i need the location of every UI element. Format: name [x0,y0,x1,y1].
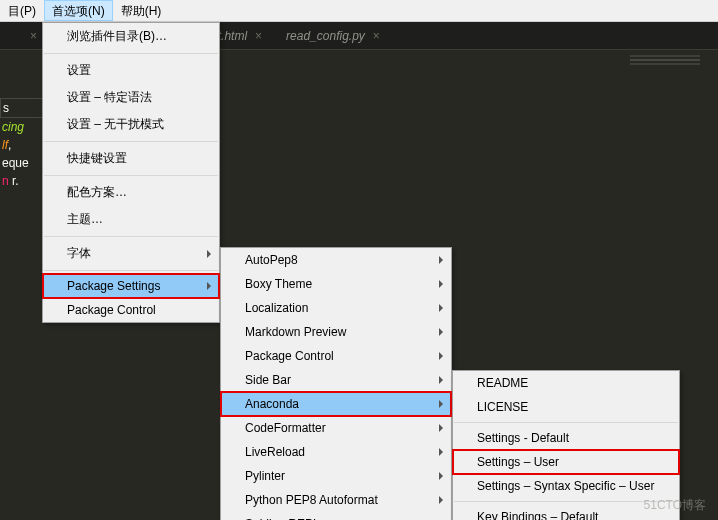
menu-browse-packages[interactable]: 浏览插件目录(B)… [43,23,219,50]
menu-settings-user[interactable]: Settings – User [453,450,679,474]
menu-markdown-preview[interactable]: Markdown Preview [221,320,451,344]
preferences-menu: 浏览插件目录(B)… 设置 设置 – 特定语法 设置 – 无干扰模式 快捷键设置… [42,22,220,323]
chevron-right-icon [207,250,211,258]
menu-help[interactable]: 帮助(H) [113,0,170,21]
watermark: 51CTO博客 [644,497,706,514]
menu-separator [454,422,678,423]
menu-theme[interactable]: 主题… [43,206,219,233]
menu-pylinter[interactable]: Pylinter [221,464,451,488]
close-icon[interactable]: × [255,29,262,43]
chevron-right-icon [439,472,443,480]
menu-package-settings[interactable]: Package Settings [43,274,219,298]
chevron-right-icon [207,282,211,290]
menu-settings-distraction[interactable]: 设置 – 无干扰模式 [43,111,219,138]
chevron-right-icon [439,376,443,384]
chevron-right-icon [439,496,443,504]
chevron-right-icon [439,352,443,360]
chevron-right-icon [439,304,443,312]
editor-area: s cing lf, eque n r. [0,50,45,190]
menubar: 目(P) 首选项(N) 帮助(H) [0,0,718,22]
close-icon[interactable]: × [30,29,37,43]
menu-separator [44,270,218,271]
menu-package-control[interactable]: Package Control [43,298,219,322]
menu-font[interactable]: 字体 [43,240,219,267]
menu-preferences[interactable]: 首选项(N) [44,0,113,21]
close-icon[interactable]: × [373,29,380,43]
menu-color-scheme[interactable]: 配色方案… [43,179,219,206]
menu-localization[interactable]: Localization [221,296,451,320]
chevron-right-icon [439,400,443,408]
menu-settings-syntax-user[interactable]: Settings – Syntax Specific – User [453,474,679,498]
menu-settings-syntax[interactable]: 设置 – 特定语法 [43,84,219,111]
menu-codeformatter[interactable]: CodeFormatter [221,416,451,440]
menu-boxy-theme[interactable]: Boxy Theme [221,272,451,296]
chevron-right-icon [439,448,443,456]
menu-package-control-sub[interactable]: Package Control [221,344,451,368]
chevron-right-icon [439,424,443,432]
menu-project[interactable]: 目(P) [0,0,44,21]
menu-separator [44,175,218,176]
package-settings-submenu: AutoPep8 Boxy Theme Localization Markdow… [220,247,452,520]
menu-keybindings[interactable]: 快捷键设置 [43,145,219,172]
menu-side-bar[interactable]: Side Bar [221,368,451,392]
menu-python-pep8[interactable]: Python PEP8 Autoformat [221,488,451,512]
menu-separator [44,141,218,142]
chevron-right-icon [439,280,443,288]
menu-autopep8[interactable]: AutoPep8 [221,248,451,272]
menu-settings[interactable]: 设置 [43,57,219,84]
menu-separator [44,53,218,54]
menu-livereload[interactable]: LiveReload [221,440,451,464]
chevron-right-icon [439,256,443,264]
menu-separator [44,236,218,237]
menu-sublimerepl[interactable]: SublimeREPL [221,512,451,520]
menu-license[interactable]: LICENSE [453,395,679,419]
menu-settings-default[interactable]: Settings - Default [453,426,679,450]
tab-readconfig[interactable]: read_config.py× [274,23,392,49]
chevron-right-icon [439,328,443,336]
menu-anaconda[interactable]: Anaconda [221,392,451,416]
minimap[interactable] [630,55,700,85]
menu-readme[interactable]: README [453,371,679,395]
